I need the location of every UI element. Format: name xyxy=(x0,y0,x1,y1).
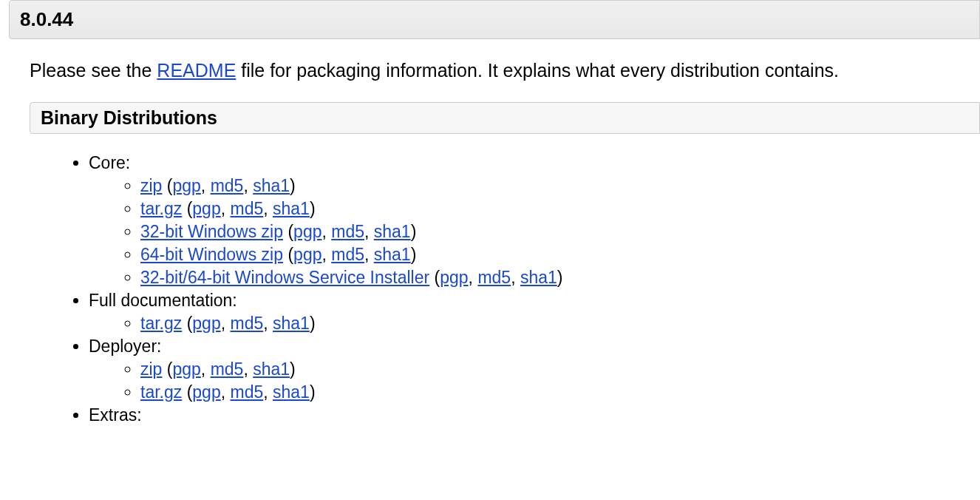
download-item: tar.gz (pgp, md5, sha1) xyxy=(140,382,980,402)
paren-close: ) xyxy=(411,222,417,241)
separator: , xyxy=(221,314,231,333)
separator: , xyxy=(221,382,231,402)
download-link[interactable]: zip xyxy=(140,359,162,379)
group-label: Deployer: xyxy=(89,337,161,356)
signature-link-pgp[interactable]: pgp xyxy=(192,314,220,333)
paren-close: ) xyxy=(290,359,296,379)
group-label: Core: xyxy=(89,153,130,172)
signature-link-sha1[interactable]: sha1 xyxy=(253,359,290,379)
download-link[interactable]: tar.gz xyxy=(140,199,182,218)
group-item: Core:zip (pgp, md5, sha1)tar.gz (pgp, md… xyxy=(89,153,980,288)
paren-close: ) xyxy=(310,199,316,218)
download-list: zip (pgp, md5, sha1)tar.gz (pgp, md5, sh… xyxy=(111,359,980,402)
signature-link-pgp[interactable]: pgp xyxy=(192,199,220,218)
separator: , xyxy=(263,314,273,333)
signature-link-md5[interactable]: md5 xyxy=(211,176,244,195)
download-item: 32-bit Windows zip (pgp, md5, sha1) xyxy=(140,222,980,242)
signature-link-md5[interactable]: md5 xyxy=(230,382,263,402)
signature-link-md5[interactable]: md5 xyxy=(230,199,263,218)
separator: , xyxy=(243,359,253,379)
download-link[interactable]: 32-bit Windows zip xyxy=(140,222,283,241)
separator: , xyxy=(321,245,331,264)
download-item: tar.gz (pgp, md5, sha1) xyxy=(140,314,980,334)
group-label: Extras: xyxy=(89,405,142,425)
intro-suffix: file for packaging information. It expla… xyxy=(236,60,839,81)
download-list: tar.gz (pgp, md5, sha1) xyxy=(111,314,980,334)
paren-open: ( xyxy=(162,359,172,379)
intro-prefix: Please see the xyxy=(30,60,157,81)
signature-link-md5[interactable]: md5 xyxy=(477,268,511,287)
paren-close: ) xyxy=(310,382,316,402)
section-title: Binary Distributions xyxy=(41,107,217,128)
paren-open: ( xyxy=(182,314,192,333)
separator: , xyxy=(364,245,374,264)
download-item: tar.gz (pgp, md5, sha1) xyxy=(140,199,980,219)
signature-link-md5[interactable]: md5 xyxy=(211,359,244,379)
version-number: 8.0.44 xyxy=(20,8,73,30)
section-header: Binary Distributions xyxy=(30,102,980,134)
separator: , xyxy=(201,176,211,195)
paren-close: ) xyxy=(411,245,417,264)
separator: , xyxy=(221,199,231,218)
signature-link-pgp[interactable]: pgp xyxy=(172,359,200,379)
readme-link[interactable]: README xyxy=(157,60,236,81)
download-link[interactable]: zip xyxy=(140,176,162,195)
download-item: 64-bit Windows zip (pgp, md5, sha1) xyxy=(140,245,980,265)
signature-link-md5[interactable]: md5 xyxy=(230,314,263,333)
download-link[interactable]: 32-bit/64-bit Windows Service Installer xyxy=(140,268,429,287)
signature-link-pgp[interactable]: pgp xyxy=(172,176,200,195)
signature-link-sha1[interactable]: sha1 xyxy=(520,268,557,287)
signature-link-sha1[interactable]: sha1 xyxy=(273,314,310,333)
group-label: Full documentation: xyxy=(89,291,237,310)
separator: , xyxy=(321,222,331,241)
separator: , xyxy=(469,268,478,287)
download-link[interactable]: 64-bit Windows zip xyxy=(140,245,283,264)
download-item: zip (pgp, md5, sha1) xyxy=(140,176,980,196)
paren-open: ( xyxy=(283,245,293,264)
signature-link-sha1[interactable]: sha1 xyxy=(253,176,290,195)
paren-open: ( xyxy=(182,382,192,402)
signature-link-sha1[interactable]: sha1 xyxy=(273,382,310,402)
version-header: 8.0.44 xyxy=(9,0,980,39)
separator: , xyxy=(511,268,520,287)
paren-close: ) xyxy=(290,176,296,195)
download-link[interactable]: tar.gz xyxy=(140,382,182,402)
download-list: zip (pgp, md5, sha1)tar.gz (pgp, md5, sh… xyxy=(111,176,980,288)
paren-close: ) xyxy=(310,314,316,333)
separator: , xyxy=(201,359,211,379)
download-link[interactable]: tar.gz xyxy=(140,314,182,333)
paren-open: ( xyxy=(182,199,192,218)
signature-link-md5[interactable]: md5 xyxy=(331,222,364,241)
separator: , xyxy=(263,199,273,218)
download-item: 32-bit/64-bit Windows Service Installer … xyxy=(140,268,980,288)
signature-link-pgp[interactable]: pgp xyxy=(192,382,220,402)
group-item: Full documentation:tar.gz (pgp, md5, sha… xyxy=(89,291,980,334)
signature-link-sha1[interactable]: sha1 xyxy=(273,199,310,218)
distribution-groups: Core:zip (pgp, md5, sha1)tar.gz (pgp, md… xyxy=(59,153,980,425)
signature-link-md5[interactable]: md5 xyxy=(331,245,364,264)
paren-open: ( xyxy=(162,176,172,195)
signature-link-sha1[interactable]: sha1 xyxy=(374,222,411,241)
download-item: zip (pgp, md5, sha1) xyxy=(140,359,980,379)
paren-open: ( xyxy=(429,268,440,287)
group-item: Extras: xyxy=(89,405,980,425)
intro-paragraph: Please see the README file for packaging… xyxy=(30,60,980,81)
separator: , xyxy=(263,382,273,402)
separator: , xyxy=(243,176,253,195)
paren-close: ) xyxy=(557,268,563,287)
signature-link-pgp[interactable]: pgp xyxy=(440,268,468,287)
signature-link-sha1[interactable]: sha1 xyxy=(374,245,411,264)
group-item: Deployer:zip (pgp, md5, sha1)tar.gz (pgp… xyxy=(89,337,980,402)
signature-link-pgp[interactable]: pgp xyxy=(293,245,321,264)
separator: , xyxy=(364,222,374,241)
paren-open: ( xyxy=(283,222,293,241)
signature-link-pgp[interactable]: pgp xyxy=(293,222,321,241)
